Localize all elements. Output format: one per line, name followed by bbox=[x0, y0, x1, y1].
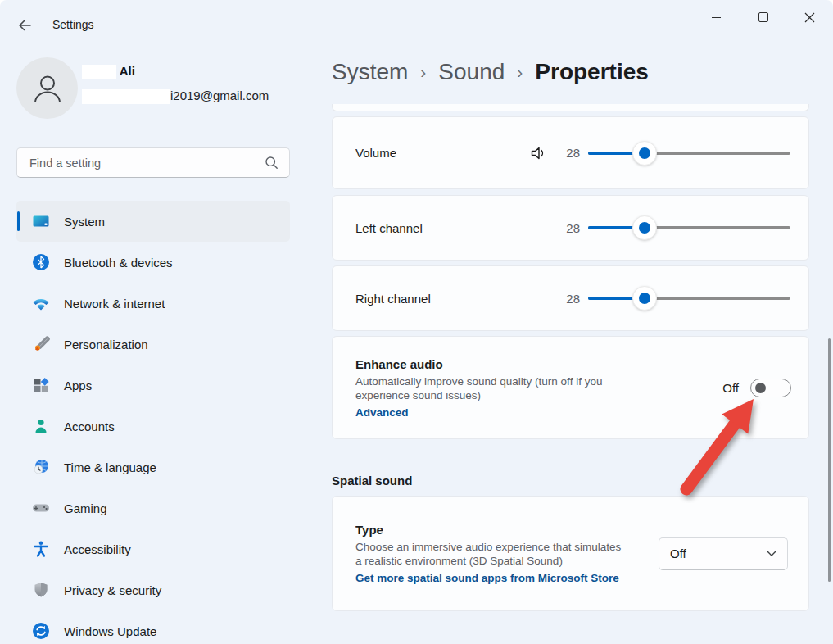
spatial-sound-type-row: Type Choose an immersive audio experienc… bbox=[332, 496, 809, 611]
chevron-right-icon: › bbox=[420, 62, 426, 82]
search-icon[interactable] bbox=[265, 156, 278, 170]
name-redaction bbox=[82, 65, 116, 79]
right-channel-slider[interactable] bbox=[588, 286, 790, 311]
slider-thumb[interactable] bbox=[632, 215, 657, 240]
search-box bbox=[16, 147, 290, 178]
sidebar-item-label: Personalization bbox=[64, 338, 148, 351]
sidebar-item-label: Accounts bbox=[64, 420, 115, 433]
breadcrumb-sound[interactable]: Sound bbox=[438, 59, 505, 85]
sidebar-item-windows-update[interactable]: Windows Update bbox=[16, 610, 290, 644]
toggle-state-label: Off bbox=[722, 381, 739, 395]
sidebar-item-bluetooth-devices[interactable]: Bluetooth & devices bbox=[16, 242, 290, 283]
personalization-icon bbox=[31, 334, 51, 354]
title-bar: Settings bbox=[0, 0, 833, 38]
chevron-right-icon: › bbox=[517, 62, 523, 82]
spatial-sound-text: Type Choose an immersive audio experienc… bbox=[355, 523, 627, 584]
enhance-audio-toggle[interactable] bbox=[750, 379, 791, 397]
microsoft-store-link[interactable]: Get more spatial sound apps from Microso… bbox=[355, 572, 627, 584]
app-title: Settings bbox=[52, 18, 94, 31]
apps-icon bbox=[31, 375, 51, 395]
sidebar-item-gaming[interactable]: Gaming bbox=[16, 488, 290, 528]
sidebar-item-label: Time & language bbox=[64, 460, 156, 474]
back-button[interactable] bbox=[15, 16, 34, 34]
maximize-icon bbox=[758, 12, 768, 22]
left-channel-slider[interactable] bbox=[588, 215, 790, 240]
dropdown-selected-value: Off bbox=[659, 546, 686, 560]
toggle-knob bbox=[755, 383, 766, 393]
profile-name: Ali bbox=[82, 64, 269, 82]
spatial-sound-dropdown[interactable]: Off bbox=[659, 537, 788, 570]
enhance-audio-row: Enhance audio Automatically improve soun… bbox=[332, 336, 809, 439]
breadcrumb-system[interactable]: System bbox=[332, 59, 408, 85]
slider-thumb[interactable] bbox=[632, 141, 657, 166]
sidebar-item-label: System bbox=[64, 215, 105, 229]
breadcrumb-properties: Properties bbox=[535, 59, 649, 85]
left-channel-row: Left channel 28 bbox=[332, 195, 809, 261]
sidebar-item-system[interactable]: System bbox=[16, 201, 290, 242]
type-title: Type bbox=[355, 523, 627, 537]
accounts-icon bbox=[31, 416, 51, 436]
partial-card-above bbox=[332, 104, 809, 111]
sidebar-item-accessibility[interactable]: Accessibility bbox=[16, 528, 290, 569]
close-button[interactable] bbox=[786, 0, 833, 34]
left-channel-label: Left channel bbox=[355, 221, 559, 235]
advanced-link[interactable]: Advanced bbox=[355, 406, 627, 419]
back-arrow-icon bbox=[17, 19, 32, 32]
network-icon bbox=[31, 293, 51, 313]
chevron-down-icon bbox=[767, 551, 776, 557]
sidebar-item-apps[interactable]: Apps bbox=[16, 365, 290, 406]
minimize-button[interactable] bbox=[693, 0, 740, 34]
settings-window: Settings Ali i2019@gmail.com bbox=[0, 0, 833, 644]
person-icon bbox=[30, 71, 65, 106]
system-icon bbox=[31, 211, 51, 231]
sidebar-item-accounts[interactable]: Accounts bbox=[16, 406, 290, 447]
sidebar-item-label: Gaming bbox=[64, 501, 107, 515]
left-channel-value: 28 bbox=[559, 221, 580, 235]
right-channel-row: Right channel 28 bbox=[332, 265, 809, 331]
volume-label: Volume bbox=[355, 146, 528, 160]
sidebar-item-label: Network & internet bbox=[64, 297, 165, 311]
maximize-button[interactable] bbox=[740, 0, 786, 34]
gaming-icon bbox=[31, 498, 51, 518]
selection-indicator bbox=[17, 211, 20, 231]
enhance-audio-toggle-group: Off bbox=[722, 379, 791, 397]
time-language-icon bbox=[31, 457, 51, 477]
sidebar-item-personalization[interactable]: Personalization bbox=[16, 324, 290, 365]
close-icon bbox=[804, 12, 815, 23]
volume-value: 28 bbox=[559, 146, 580, 160]
accessibility-icon bbox=[31, 539, 51, 559]
enhance-audio-description: Automatically improve sound quality (tur… bbox=[355, 374, 627, 402]
scrollbar-thumb[interactable] bbox=[828, 338, 831, 582]
volume-row: Volume 28 bbox=[332, 116, 809, 189]
avatar[interactable] bbox=[16, 57, 78, 119]
email-redaction bbox=[82, 89, 170, 104]
spatial-sound-section-title: Spatial sound bbox=[332, 474, 809, 488]
privacy-icon bbox=[31, 580, 51, 600]
sidebar-item-label: Privacy & security bbox=[64, 583, 161, 597]
settings-list: Volume 28 Left channel 28 bbox=[332, 104, 809, 611]
profile-info[interactable]: Ali i2019@gmail.com bbox=[82, 64, 269, 107]
bluetooth-icon bbox=[31, 252, 51, 272]
speaker-icon bbox=[528, 143, 548, 163]
breadcrumb: System › Sound › Properties bbox=[332, 59, 649, 85]
enhance-audio-title: Enhance audio bbox=[355, 357, 627, 371]
sidebar-item-network-internet[interactable]: Network & internet bbox=[16, 283, 290, 324]
sidebar-nav: System Bluetooth & devices bbox=[16, 201, 290, 644]
type-description: Choose an immersive audio experience tha… bbox=[355, 540, 627, 568]
slider-thumb[interactable] bbox=[632, 286, 657, 311]
volume-slider[interactable] bbox=[588, 141, 790, 166]
sidebar-item-privacy-security[interactable]: Privacy & security bbox=[16, 569, 290, 610]
sidebar-item-label: Windows Update bbox=[64, 624, 156, 638]
enhance-audio-text: Enhance audio Automatically improve soun… bbox=[355, 357, 627, 419]
window-controls bbox=[693, 0, 833, 34]
minimize-icon bbox=[712, 17, 721, 18]
sidebar-item-time-language[interactable]: Time & language bbox=[16, 447, 290, 488]
sidebar-item-label: Accessibility bbox=[64, 542, 131, 556]
search-input[interactable] bbox=[17, 156, 265, 170]
sidebar-item-label: Bluetooth & devices bbox=[64, 256, 173, 270]
sidebar-item-label: Apps bbox=[64, 379, 92, 392]
right-channel-label: Right channel bbox=[355, 292, 559, 306]
windows-update-icon bbox=[31, 621, 51, 641]
profile-email: i2019@gmail.com bbox=[82, 88, 269, 107]
right-channel-value: 28 bbox=[559, 292, 580, 306]
